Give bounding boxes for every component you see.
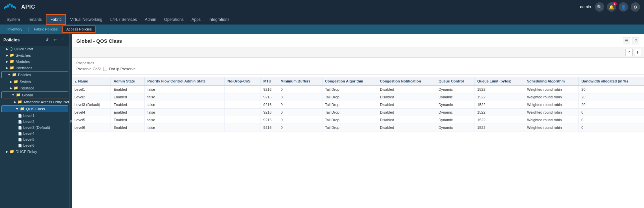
sidebar-item-level5[interactable]: 📄 Level5	[0, 136, 69, 142]
table-cell: Weighted round robin	[524, 116, 579, 124]
subnav-fabric-policies[interactable]: Fabric Policies	[31, 26, 61, 33]
col-no-drop[interactable]: No-Drop-CoS	[225, 77, 261, 85]
col-cong-notif[interactable]: Congestion Notification	[377, 77, 436, 85]
chevron-down-icon: ▼	[8, 73, 11, 77]
sidebar-item-level4[interactable]: 📄 Level4	[0, 130, 69, 136]
table-row[interactable]: Level6Enabledfalse92160Tail DropDisabled…	[72, 124, 644, 131]
settings-button[interactable]: ⚙	[631, 2, 640, 12]
table-cell: Level1	[72, 85, 111, 93]
table-cell: 9216	[260, 109, 278, 116]
table-cell: Dynamic	[436, 85, 474, 93]
chevron-right-icon: ▶	[6, 60, 8, 63]
table-cell: Weighted round robin	[524, 85, 579, 93]
sidebar-item-interface[interactable]: ▶ 📁 Interface	[0, 85, 69, 91]
nav-fabric[interactable]: Fabric	[46, 14, 66, 25]
folder-icon: 📁	[10, 149, 14, 154]
sidebar-item-level3[interactable]: 📄 Level3 (Default)	[0, 125, 69, 130]
col-cong-alg[interactable]: Congestion Algorithm	[322, 77, 377, 85]
circle-icon	[10, 47, 13, 51]
list-view-btn[interactable]: ☰	[623, 37, 630, 44]
nav-virtual-networking[interactable]: Virtual Networking	[66, 14, 106, 25]
nav-integrations[interactable]: Integrations	[205, 14, 234, 25]
table-cell: Tail Drop	[322, 116, 377, 124]
nav-admin[interactable]: Admin	[141, 14, 160, 25]
preserve-cos-checkbox[interactable]	[103, 67, 107, 71]
sidebar-item-aaep[interactable]: ▶ 📁 Attachable Access Entity Profiles	[0, 99, 69, 105]
sidebar-nav-back-btn[interactable]: ↩	[51, 36, 58, 43]
chevron-right-icon: ▶	[6, 54, 8, 57]
sidebar-item-modules[interactable]: ▶ 📁 Modules	[0, 58, 69, 65]
nav-operations[interactable]: Operations	[160, 14, 188, 25]
sidebar-item-interfaces[interactable]: ▶ 📁 Interfaces	[0, 65, 69, 71]
table-cell	[225, 85, 261, 93]
sidebar-item-level2[interactable]: 📄 Level2	[0, 119, 69, 125]
properties-label: Properties	[76, 61, 639, 65]
subnav-inventory[interactable]: Inventory	[4, 26, 26, 33]
doc-icon: 📄	[18, 114, 22, 118]
sidebar-item-level6[interactable]: 📄 Level6	[0, 142, 69, 148]
table-cell: Dynamic	[436, 124, 474, 131]
toolbar-row: ↺ ⬇	[72, 47, 644, 58]
table-cell: 20	[579, 93, 644, 101]
col-min-buf[interactable]: Minimum Buffers	[278, 77, 322, 85]
table-cell: Dynamic	[436, 93, 474, 101]
table-row[interactable]: Level4Enabledfalse92160Tail DropDisabled…	[72, 109, 644, 116]
help-btn[interactable]: ?	[632, 37, 639, 44]
table-header-row: Name Admin State Priority Flow Control A…	[72, 77, 644, 85]
col-name[interactable]: Name	[72, 77, 111, 85]
table-row[interactable]: Level1Enabledfalse92160Tail DropDisabled…	[72, 85, 644, 93]
table-cell: Tail Drop	[322, 93, 377, 101]
folder-icon: 📁	[10, 59, 14, 64]
table-cell: Tail Drop	[322, 85, 377, 93]
content-area: Global - QOS Class ☰ ? ↺ ⬇ Properties Pr…	[72, 34, 644, 208]
table-row[interactable]: Level2Enabledfalse92160Tail DropDisabled…	[72, 93, 644, 101]
sidebar-item-switches[interactable]: ▶ 📁 Switches	[0, 52, 69, 58]
sidebar-item-quickstart[interactable]: ▶ Quick Start	[0, 46, 69, 52]
sidebar-item-policies[interactable]: ▼ 📁 Policies	[1, 71, 68, 78]
main-layout: Policies ↺ ↩ ⋮ ▶ Quick Start ▶ 📁 Switche…	[0, 34, 644, 208]
table-cell: 20	[579, 101, 644, 109]
table-cell: 9216	[260, 124, 278, 131]
col-queue-ctrl[interactable]: Queue Control	[436, 77, 474, 85]
col-mtu[interactable]: MTU	[260, 77, 278, 85]
chevron-down-icon: ▼	[12, 93, 15, 97]
sidebar-item-switch[interactable]: ▶ 📁 Switch	[0, 78, 69, 85]
content-header: Global - QOS Class ☰ ?	[72, 34, 644, 47]
refresh-btn[interactable]: ↺	[625, 49, 633, 56]
nav-system[interactable]: System	[3, 14, 24, 25]
nav-tenants[interactable]: Tenants	[24, 14, 46, 25]
table-row[interactable]: Level3 (Default)Enabledfalse92160Tail Dr…	[72, 101, 644, 109]
table-cell: false	[145, 109, 225, 116]
col-bw[interactable]: Bandwidth allocated (in %)	[579, 77, 644, 85]
chevron-right-icon: ▶	[6, 66, 8, 70]
table-cell: Tail Drop	[322, 101, 377, 109]
table-cell: Weighted round robin	[524, 101, 579, 109]
table-cell: 0	[278, 116, 322, 124]
sidebar-item-global[interactable]: ▼ 📁 Global	[1, 91, 68, 98]
table-cell: Disabled	[377, 116, 436, 124]
folder-icon: 📁	[14, 86, 18, 90]
col-pfc[interactable]: Priority Flow Control Admin State	[145, 77, 225, 85]
col-sched-alg[interactable]: Scheduling Algorithm	[524, 77, 579, 85]
col-queue-limit[interactable]: Queue Limit (bytes)	[474, 77, 524, 85]
sidebar-item-dhcp-relay[interactable]: ▶ 📁 DHCP Relay	[0, 148, 69, 155]
folder-icon: 📁	[14, 79, 18, 84]
subnav-access-policies[interactable]: Access Policies	[62, 26, 96, 33]
sidebar-refresh-btn[interactable]: ↺	[43, 36, 50, 43]
user-button[interactable]: 👤	[619, 2, 628, 12]
col-admin-state[interactable]: Admin State	[111, 77, 145, 85]
sidebar-item-qos-class[interactable]: ▼ 📁 QOS Class	[1, 105, 68, 112]
notifications-button[interactable]: 🔔 1	[607, 2, 616, 12]
nav-l4l7[interactable]: L4-L7 Services	[107, 14, 141, 25]
sidebar-menu-btn[interactable]: ⋮	[59, 36, 66, 43]
table-cell: 0	[278, 124, 322, 131]
nav-apps[interactable]: Apps	[187, 14, 204, 25]
search-button[interactable]: 🔍	[595, 2, 604, 12]
table-cell: Enabled	[111, 101, 145, 109]
table-row[interactable]: Level5Enabledfalse92160Tail DropDisabled…	[72, 116, 644, 124]
sidebar-item-level1[interactable]: 📄 Level1	[0, 113, 69, 119]
table-cell: 0	[278, 109, 322, 116]
download-btn[interactable]: ⬇	[634, 49, 641, 56]
table-cell: Level2	[72, 93, 111, 101]
table-cell: 1522	[474, 101, 524, 109]
